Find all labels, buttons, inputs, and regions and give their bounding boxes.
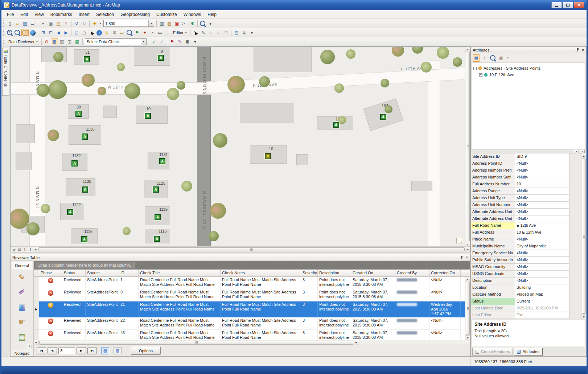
address-point-marker[interactable]: A (82, 133, 88, 140)
reviewer-more-icon[interactable]: ▾ (192, 38, 199, 45)
column-header-created_by[interactable]: Created By (395, 270, 429, 276)
commit-error-icon[interactable]: ✎ (176, 38, 184, 45)
menu-customize[interactable]: Customize (153, 10, 180, 19)
scroll-down-icon[interactable]: ▼ (465, 335, 470, 340)
clear-selection-icon[interactable]: ◻ (81, 29, 88, 36)
reviewer-row[interactable]: ✕ReviewedSiteAddressPoint1Road Centerlin… (34, 277, 465, 289)
back-extent-icon[interactable]: ◀ (55, 29, 62, 36)
attributes-dialog-icon[interactable]: ▤ (233, 29, 240, 36)
select-features-icon[interactable]: ◻ (73, 29, 80, 36)
column-header-check_notes[interactable]: Check Notes (221, 270, 301, 276)
catalog-icon[interactable]: ▨ (166, 20, 173, 27)
chevron-down-icon[interactable]: ▾ (99, 20, 102, 27)
column-header-phase[interactable]: Phase (39, 270, 62, 276)
data-reviewer-menu[interactable]: Data Reviewer▾ (6, 38, 40, 45)
search-icon[interactable] (199, 20, 206, 27)
reviewer-row[interactable]: ✕ReviewedSiteAddressPoint9Road Centerlin… (34, 289, 465, 301)
angle-tool-icon[interactable]: ∠ (215, 29, 222, 36)
identify-icon[interactable]: i (96, 30, 102, 36)
menu-selection[interactable]: Selection (93, 10, 117, 19)
sketch-tool-icon[interactable]: ✎ (200, 29, 207, 36)
tab-attributes[interactable]: Attributes (514, 348, 542, 355)
chevron-down-icon[interactable]: ▾ (141, 39, 146, 45)
address-point-marker[interactable]: A (84, 56, 90, 62)
field-value[interactable]: <Null> (515, 250, 570, 257)
python-icon[interactable]: >_ (181, 20, 188, 27)
fixed-zoom-in-icon[interactable]: ⊞ (40, 29, 47, 36)
add-data-icon[interactable]: ✚ (91, 20, 98, 27)
address-point-marker[interactable]: A (380, 114, 386, 120)
full-extent-icon[interactable] (29, 29, 36, 36)
map-scale-combo[interactable]: 1:800▾ (103, 20, 154, 27)
list-view-toggle-icon[interactable]: ▤ (101, 347, 109, 354)
copy-icon[interactable]: ▣ (47, 20, 54, 27)
menu-help[interactable]: Help (204, 10, 220, 19)
scroll-right-icon[interactable]: ▶ (354, 340, 359, 345)
zoom-to-feature-icon[interactable] (489, 54, 497, 62)
field-value[interactable]: 10 (515, 181, 570, 188)
close-panel-icon[interactable]: ✕ (465, 256, 468, 259)
select-data-check-combo[interactable]: Select Data Check▾ (85, 38, 147, 45)
scroll-left-icon[interactable]: ◀ (34, 340, 39, 345)
field-value[interactable]: <Null> (515, 160, 570, 167)
reviewer-row[interactable]: ▶✓ResolvedSiteAddressPoint21Road Centerl… (34, 301, 465, 317)
column-header-source[interactable]: Source (86, 270, 119, 276)
row-selector[interactable] (34, 277, 39, 289)
arc-tool-icon[interactable]: ∿ (207, 29, 214, 36)
row-selector[interactable] (34, 317, 39, 330)
next-record-button[interactable]: ▶ (77, 347, 86, 354)
maximize-button[interactable] (563, 2, 573, 8)
column-header-severity[interactable]: Severity (301, 270, 318, 276)
chevron-down-icon[interactable]: ▾ (148, 20, 154, 26)
scroll-down-icon[interactable]: ▼ (581, 314, 586, 319)
options-button[interactable]: Options (131, 347, 161, 355)
zoom-in-icon[interactable]: + (6, 29, 13, 36)
scroll-down-icon[interactable]: ▼ (465, 242, 470, 246)
collapse-down-icon[interactable]: ▼ (580, 150, 585, 153)
reviewer-row[interactable]: ✕ReviewedSiteAddressPoint22Road Centerli… (34, 317, 465, 330)
find-icon[interactable] (126, 29, 133, 36)
address-point-marker[interactable]: A (145, 113, 151, 119)
address-point-marker[interactable]: A (154, 236, 160, 242)
address-point-marker[interactable]: A (67, 209, 73, 215)
field-value[interactable]: Placed on Map (515, 291, 570, 298)
field-value[interactable]: 10 E 12th Ave (515, 229, 570, 236)
first-record-button[interactable]: |◀ (37, 347, 46, 354)
refresh-view-icon[interactable]: ↻ (22, 247, 28, 252)
html-popup-icon[interactable]: ✉ (111, 29, 118, 36)
sidebar-more-icon[interactable]: ▼ (27, 344, 32, 348)
table-hscroll-thumb[interactable] (39, 341, 353, 345)
field-value[interactable]: <Null> (515, 264, 570, 271)
last-record-button[interactable]: ▶| (87, 347, 97, 354)
field-value[interactable]: SID-9 (515, 153, 570, 160)
undo-icon[interactable]: ↺ (73, 20, 80, 27)
chevron-down-icon[interactable]: ▾ (506, 54, 510, 62)
table-vertical-scrollbar[interactable]: ▲ ▼ (465, 277, 470, 340)
new-document-icon[interactable]: ▯ (6, 20, 13, 27)
column-header-description[interactable]: Description (318, 270, 351, 276)
tree-root-row[interactable]: − Addresses - Site Address Points (473, 65, 584, 71)
address-point-marker[interactable]: A (153, 186, 159, 193)
notepad-label[interactable]: Notepad (11, 350, 33, 356)
column-header-corrected_on[interactable]: Corrected On (429, 270, 461, 276)
redo-icon[interactable]: ↻ (81, 20, 88, 27)
form-view-toggle-icon[interactable]: ▥ (114, 347, 122, 354)
cut-icon[interactable]: ✂ (40, 20, 47, 27)
menu-insert[interactable]: Insert (75, 10, 93, 19)
column-header-status[interactable]: Status (62, 270, 86, 276)
address-point-marker[interactable]: A (333, 122, 339, 128)
print-icon[interactable]: ▭ (29, 20, 36, 27)
map-view[interactable]: N MAIN STN MAIN STW 12TH AVEE 12TH AVEE … (11, 47, 465, 246)
pan-icon[interactable] (21, 29, 29, 36)
field-value[interactable]: <Null> (515, 271, 570, 278)
reviewer-grid-icon[interactable]: ▩ (74, 38, 81, 45)
fix-error-tool-icon[interactable]: ✎ (15, 271, 29, 284)
select-errors-tool-icon[interactable]: ☛ (15, 316, 29, 328)
tree-grid-splitter[interactable]: ▲ ▼ (471, 149, 586, 153)
attributes-form-icon[interactable]: ▤ (473, 54, 480, 62)
zoom-out-icon[interactable]: − (14, 29, 21, 36)
table-of-contents-tab[interactable]: Table Of Contents (2, 48, 9, 96)
address-point-marker[interactable]: A (159, 158, 165, 164)
scroll-up-icon[interactable]: ▲ (465, 277, 470, 281)
address-point-marker[interactable]: A (71, 160, 78, 167)
